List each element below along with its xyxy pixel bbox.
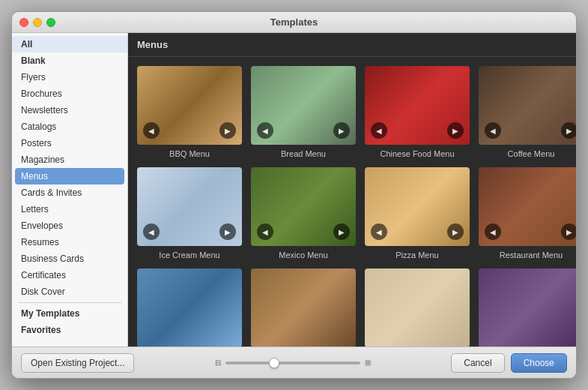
template-label-chinese: Chinese Food Menu	[380, 149, 454, 158]
next-arrow-bbq[interactable]: ▶	[219, 122, 236, 139]
prev-arrow-icecream[interactable]: ◀	[143, 224, 160, 240]
sidebar-item-envelopes[interactable]: Envelopes	[12, 218, 127, 234]
template-item-pizza[interactable]: ◀ ▶ Pizza Menu	[365, 167, 470, 260]
zoom-out-icon: ⊟	[215, 358, 221, 367]
sidebar-item-brochures[interactable]: Brochures	[12, 86, 127, 102]
template-item-bbq[interactable]: ◀ ▶ BBQ Menu	[137, 66, 242, 158]
sidebar-item-blank[interactable]: Blank	[12, 52, 127, 69]
template-item-partial1[interactable]	[137, 268, 242, 346]
sidebar-item-business-cards[interactable]: Business Cards	[12, 250, 127, 267]
template-item-restaurant[interactable]: ◀ ▶ Restaurant Menu	[479, 167, 576, 260]
template-label-coffee: Coffee Menu	[508, 149, 555, 158]
sidebar-item-flyers[interactable]: Flyers	[12, 69, 127, 86]
template-item-partial4[interactable]	[479, 268, 576, 346]
next-arrow-chinese[interactable]: ▶	[447, 122, 464, 139]
template-label-bbq: BBQ Menu	[169, 149, 210, 158]
template-thumb-partial2	[251, 268, 356, 346]
sidebar-item-resumes[interactable]: Resumes	[12, 234, 127, 250]
template-item-coffee[interactable]: ◀ ▶ Coffee Menu	[479, 66, 576, 158]
close-button[interactable]	[19, 18, 28, 27]
template-item-chinese[interactable]: ◀ ▶ Chinese Food Menu	[365, 66, 470, 158]
templates-grid: ◀ ▶ BBQ Menu ◀ ▶	[128, 57, 576, 346]
prev-arrow-coffee[interactable]: ◀	[485, 122, 501, 139]
template-thumb-bread: ◀ ▶	[251, 66, 356, 145]
template-thumb-partial4	[479, 268, 576, 346]
choose-button[interactable]: Choose	[511, 353, 567, 373]
sidebar: All Blank Flyers Brochures Newsletters C…	[12, 33, 128, 346]
template-row-2: ◀ ▶ Ice Cream Menu ◀ ▶	[137, 167, 567, 260]
sidebar-divider	[18, 302, 121, 303]
maximize-button[interactable]	[46, 18, 55, 27]
zoom-in-icon: ⊞	[365, 358, 371, 367]
template-item-partial2[interactable]	[251, 268, 356, 346]
template-label-pizza: Pizza Menu	[395, 250, 438, 260]
next-arrow-coffee[interactable]: ▶	[561, 122, 576, 139]
template-label-mexico: Mexico Menu	[279, 250, 327, 260]
action-buttons: Cancel Choose	[451, 353, 567, 373]
next-arrow-icecream[interactable]: ▶	[219, 224, 236, 240]
template-item-bread[interactable]: ◀ ▶ Bread Menu	[251, 66, 356, 158]
sidebar-item-cards-invites[interactable]: Cards & Invites	[12, 184, 127, 201]
template-thumb-chinese: ◀ ▶	[365, 66, 470, 145]
template-label-icecream: Ice Cream Menu	[159, 250, 219, 260]
prev-arrow-mexico[interactable]: ◀	[257, 224, 273, 240]
prev-arrow-chinese[interactable]: ◀	[371, 122, 387, 139]
sidebar-item-magazines[interactable]: Magazines	[12, 152, 127, 168]
minimize-button[interactable]	[33, 18, 42, 27]
template-thumb-restaurant: ◀ ▶	[479, 167, 576, 246]
prev-arrow-bread[interactable]: ◀	[257, 122, 273, 139]
prev-arrow-restaurant[interactable]: ◀	[485, 224, 501, 240]
template-item-mexico[interactable]: ◀ ▶ Mexico Menu	[251, 167, 356, 260]
zoom-slider[interactable]	[225, 362, 360, 364]
template-thumb-bbq: ◀ ▶	[137, 66, 242, 145]
next-arrow-bread[interactable]: ▶	[333, 122, 350, 139]
prev-arrow-pizza[interactable]: ◀	[371, 224, 387, 240]
prev-arrow-bbq[interactable]: ◀	[143, 122, 160, 139]
next-arrow-mexico[interactable]: ▶	[333, 224, 350, 240]
section-header: Menus	[128, 33, 576, 57]
sidebar-item-favorites[interactable]: Favorites	[12, 322, 127, 338]
next-arrow-restaurant[interactable]: ▶	[561, 224, 576, 240]
template-item-icecream[interactable]: ◀ ▶ Ice Cream Menu	[137, 167, 242, 260]
content-area: Menus ◀ ▶ BBQ Me	[128, 33, 576, 346]
template-row-3	[137, 268, 567, 346]
sidebar-item-posters[interactable]: Posters	[12, 135, 127, 152]
template-thumb-pizza: ◀ ▶	[365, 167, 470, 246]
template-row-1: ◀ ▶ BBQ Menu ◀ ▶	[137, 66, 567, 158]
template-label-restaurant: Restaurant Menu	[500, 250, 563, 260]
titlebar: Templates	[12, 12, 576, 33]
template-thumb-partial1	[137, 268, 242, 346]
sidebar-item-disk-cover[interactable]: Disk Cover	[12, 284, 127, 300]
sidebar-item-menus[interactable]: Menus	[15, 168, 124, 184]
template-item-partial3[interactable]	[365, 268, 470, 346]
sidebar-item-certificates[interactable]: Certificates	[12, 267, 127, 284]
template-thumb-mexico: ◀ ▶	[251, 167, 356, 246]
sidebar-item-my-templates[interactable]: My Templates	[12, 305, 127, 322]
templates-window: Templates All Blank Flyers Brochures New…	[11, 11, 577, 379]
next-arrow-pizza[interactable]: ▶	[447, 224, 464, 240]
sidebar-item-all[interactable]: All	[12, 36, 127, 52]
main-content: All Blank Flyers Brochures Newsletters C…	[12, 33, 576, 346]
template-thumb-coffee: ◀ ▶	[479, 66, 576, 145]
sidebar-item-catalogs[interactable]: Catalogs	[12, 118, 127, 135]
sidebar-item-newsletters[interactable]: Newsletters	[12, 102, 127, 118]
template-thumb-icecream: ◀ ▶	[137, 167, 242, 246]
window-title: Templates	[270, 16, 318, 28]
bottom-bar: Open Existing Project... ⊟ ⊞ Cancel Choo…	[12, 346, 576, 378]
template-label-bread: Bread Menu	[281, 149, 326, 158]
zoom-slider-container: ⊟ ⊞	[140, 358, 445, 367]
cancel-button[interactable]: Cancel	[451, 353, 504, 373]
sidebar-item-letters[interactable]: Letters	[12, 201, 127, 218]
open-existing-button[interactable]: Open Existing Project...	[21, 353, 134, 373]
window-controls	[19, 18, 55, 27]
template-thumb-partial3	[365, 268, 470, 346]
